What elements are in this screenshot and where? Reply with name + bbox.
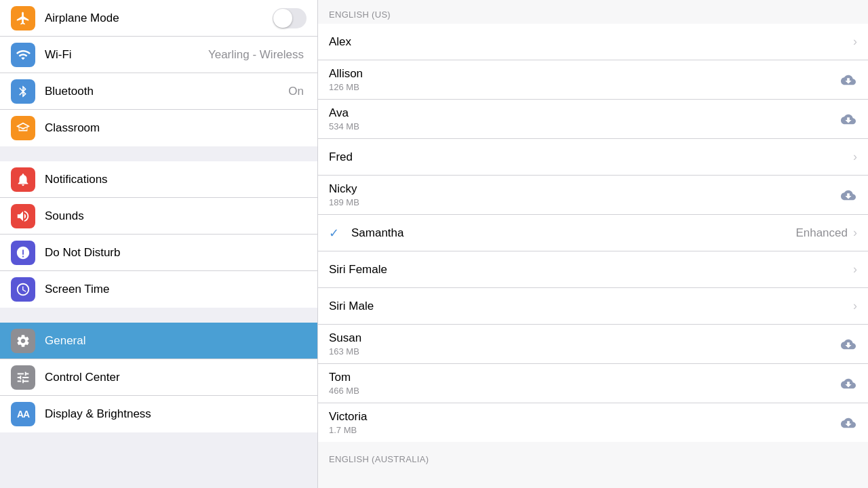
list-item-susan[interactable]: Susan 163 MB	[318, 325, 868, 364]
sidebar-item-airplane-mode[interactable]: Airplane Mode	[0, 0, 317, 37]
susan-name: Susan	[329, 331, 840, 345]
nicky-name: Nicky	[329, 182, 840, 196]
list-item-siri-female[interactable]: Siri Female ›	[318, 251, 868, 288]
ava-content: Ava 534 MB	[329, 100, 840, 138]
sidebar-item-notifications[interactable]: Notifications	[0, 161, 317, 198]
siri-male-chevron-icon: ›	[853, 299, 857, 313]
aa-text: AA	[17, 409, 29, 420]
wifi-icon	[11, 43, 35, 67]
classroom-icon	[11, 116, 35, 140]
samantha-name: Samantha	[351, 226, 795, 240]
tom-download-icon	[840, 376, 857, 391]
samantha-checkmark-icon: ✓	[329, 226, 339, 241]
nicky-sub: 189 MB	[329, 197, 840, 207]
sidebar-group-system: Notifications Sounds Do Not Disturb	[0, 161, 317, 308]
victoria-download-icon	[840, 415, 857, 430]
sidebar: Airplane Mode Wi-Fi Yearling - Wireless …	[0, 0, 317, 488]
tom-right	[840, 376, 857, 391]
allison-right	[840, 73, 857, 87]
allison-name: Allison	[329, 67, 840, 81]
alex-name: Alex	[329, 35, 853, 49]
list-item-victoria[interactable]: Victoria 1.7 MB	[318, 403, 868, 442]
victoria-right	[840, 415, 857, 430]
list-item-alex[interactable]: Alex ›	[318, 24, 868, 60]
susan-sub: 163 MB	[329, 346, 840, 357]
sidebar-item-wifi[interactable]: Wi-Fi Yearling - Wireless	[0, 37, 317, 73]
susan-content: Susan 163 MB	[329, 325, 840, 363]
sidebar-item-bluetooth[interactable]: Bluetooth On	[0, 73, 317, 110]
samantha-right: Enhanced ›	[795, 226, 857, 240]
list-item-samantha[interactable]: ✓ Samantha Enhanced ›	[318, 215, 868, 251]
donotdisturb-label: Do Not Disturb	[45, 246, 307, 260]
right-panel: ENGLISH (US) Alex › Allison 126 MB	[317, 0, 868, 488]
samantha-chevron-icon: ›	[853, 226, 857, 240]
divider-2	[0, 308, 317, 323]
fred-right: ›	[853, 150, 857, 164]
ava-download-icon	[840, 112, 857, 127]
classroom-label: Classroom	[45, 121, 307, 135]
airplane-mode-toggle[interactable]	[273, 8, 307, 28]
general-label: General	[45, 334, 307, 348]
victoria-sub: 1.7 MB	[329, 425, 840, 435]
alex-right: ›	[853, 35, 857, 49]
section-header-english-australia: ENGLISH (AUSTRALIA)	[318, 445, 868, 468]
alex-chevron-icon: ›	[853, 35, 857, 49]
ava-sub: 534 MB	[329, 121, 840, 131]
fred-chevron-icon: ›	[853, 150, 857, 164]
samantha-check-wrap: ✓	[329, 226, 344, 241]
general-icon	[11, 329, 35, 353]
allison-content: Allison 126 MB	[329, 60, 840, 99]
sidebar-item-screentime[interactable]: Screen Time	[0, 271, 317, 308]
sidebar-item-donotdisturb[interactable]: Do Not Disturb	[0, 235, 317, 271]
list-item-allison[interactable]: Allison 126 MB	[318, 60, 868, 100]
ava-right	[840, 112, 857, 127]
sidebar-item-controlcenter[interactable]: Control Center	[0, 359, 317, 396]
allison-download-icon	[840, 73, 857, 87]
sidebar-group-preferences: General Control Center AA Display & Brig…	[0, 323, 317, 432]
displaybrightness-icon: AA	[11, 402, 35, 426]
siri-male-name: Siri Male	[329, 300, 853, 313]
victoria-name: Victoria	[329, 410, 840, 424]
siri-female-chevron-icon: ›	[853, 262, 857, 277]
sounds-icon	[11, 204, 35, 228]
divider-1	[0, 146, 317, 161]
wifi-label: Wi-Fi	[45, 48, 208, 62]
victoria-content: Victoria 1.7 MB	[329, 403, 840, 442]
list-item-tom[interactable]: Tom 466 MB	[318, 364, 868, 403]
sounds-label: Sounds	[45, 209, 307, 223]
airplane-mode-label: Airplane Mode	[45, 12, 273, 25]
bluetooth-label: Bluetooth	[45, 85, 288, 98]
allison-sub: 126 MB	[329, 82, 840, 92]
donotdisturb-icon	[11, 241, 35, 265]
fred-name: Fred	[329, 150, 853, 164]
controlcenter-icon	[11, 365, 35, 390]
screentime-label: Screen Time	[45, 283, 307, 296]
siri-male-content: Siri Male	[329, 293, 853, 320]
list-item-ava[interactable]: Ava 534 MB	[318, 100, 868, 139]
notifications-label: Notifications	[45, 173, 307, 186]
list-item-fred[interactable]: Fred ›	[318, 139, 868, 176]
list-item-siri-male[interactable]: Siri Male ›	[318, 288, 868, 325]
nicky-content: Nicky 189 MB	[329, 176, 840, 214]
section-header-english-us: ENGLISH (US)	[318, 0, 868, 24]
siri-female-name: Siri Female	[329, 263, 853, 277]
sidebar-group-connectivity: Airplane Mode Wi-Fi Yearling - Wireless …	[0, 0, 317, 146]
bluetooth-value: On	[288, 85, 304, 98]
sidebar-item-sounds[interactable]: Sounds	[0, 198, 317, 235]
samantha-content: Samantha	[351, 220, 795, 247]
tom-name: Tom	[329, 371, 840, 384]
notifications-icon	[11, 167, 35, 192]
siri-female-content: Siri Female	[329, 256, 853, 283]
nicky-right	[840, 188, 857, 203]
susan-right	[840, 337, 857, 352]
sidebar-item-displaybrightness[interactable]: AA Display & Brightness	[0, 396, 317, 432]
displaybrightness-label: Display & Brightness	[45, 407, 307, 421]
sidebar-item-general[interactable]: General	[0, 323, 317, 359]
alex-content: Alex	[329, 28, 853, 56]
tom-content: Tom 466 MB	[329, 364, 840, 403]
samantha-enhanced-label: Enhanced	[795, 226, 848, 240]
list-item-nicky[interactable]: Nicky 189 MB	[318, 176, 868, 215]
siri-male-right: ›	[853, 299, 857, 313]
nicky-download-icon	[840, 188, 857, 203]
sidebar-item-classroom[interactable]: Classroom	[0, 110, 317, 146]
